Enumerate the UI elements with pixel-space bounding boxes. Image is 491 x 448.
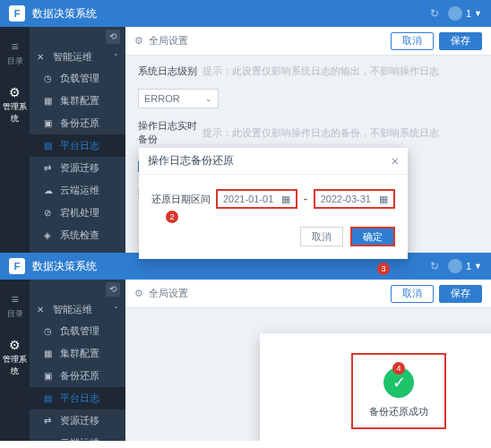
app-title: 数据决策系统	[32, 259, 97, 274]
rt-label: 操作日志实时备份	[138, 119, 202, 146]
sidebar-group-ops[interactable]: ✕ 智能运维 ˄	[30, 299, 125, 320]
tools-icon: ✕	[37, 305, 47, 314]
gear-icon: ⚙	[134, 288, 143, 299]
tools-icon: ✕	[37, 52, 47, 62]
cancel-button[interactable]: 取消	[391, 32, 434, 50]
user-count: 1	[466, 261, 471, 271]
gauge-icon: ◷	[44, 73, 55, 83]
close-icon[interactable]: ×	[392, 154, 399, 168]
sidebar-item-backup[interactable]: ▣备份还原	[30, 365, 125, 387]
archive-icon: ▣	[44, 118, 55, 128]
loglevel-hint: 提示：此设置仅影响系统日志的输出，不影响操作日志	[202, 65, 439, 78]
archive-icon: ▣	[44, 371, 55, 381]
cloud-icon: ☁	[44, 438, 55, 441]
logo: F	[9, 5, 25, 22]
chevron-down-icon: ⌄	[205, 94, 212, 103]
restore-dialog: 操作日志备份还原 × 2 3 还原日期区间 2021-01-01 ▦ - 202…	[139, 148, 408, 259]
main: ⚙ 全局设置 取消 保存 4 ✓ 备份还原成功	[125, 280, 491, 441]
rail-catalog[interactable]: ≡ 目录	[7, 39, 23, 67]
transfer-icon: ⇄	[44, 416, 55, 426]
avatar[interactable]	[448, 6, 462, 21]
pin-icon[interactable]: ⟲	[106, 30, 120, 44]
list-icon: ≡	[7, 39, 23, 54]
logo: F	[9, 258, 25, 274]
log-icon: ▤	[44, 393, 55, 403]
rail-manage[interactable]: ⚙ 管理系统	[0, 85, 30, 125]
badge-3: 3	[377, 263, 390, 275]
check-icon: ◈	[44, 230, 55, 240]
left-rail: ≡ 目录 ⚙ 管理系统	[0, 280, 30, 441]
transfer-icon: ⇄	[44, 163, 55, 173]
sidebar-item-load[interactable]: ◷负载管理	[30, 320, 125, 342]
left-rail: ≡ 目录 ⚙ 管理系统	[0, 27, 30, 253]
date-from-input[interactable]: 2021-01-01 ▦	[216, 189, 297, 209]
gear-icon: ⚙	[134, 35, 143, 47]
calendar-icon: ▦	[281, 194, 290, 205]
cloud-icon: ☁	[44, 185, 55, 195]
refresh-icon[interactable]: ↻	[430, 260, 439, 272]
grid-icon: ▦	[44, 96, 55, 106]
gear-icon: ⚙	[0, 85, 30, 99]
chevron-down-icon[interactable]: ▼	[474, 9, 482, 18]
save-button[interactable]: 保存	[439, 285, 482, 303]
list-icon: ≡	[7, 292, 23, 306]
dialog-title: 操作日志备份还原	[148, 153, 234, 168]
dialog-ok-button[interactable]: 确定	[350, 227, 395, 246]
sidebar-item-platformlog[interactable]: ▤平台日志	[30, 387, 125, 409]
alert-icon: ⊘	[44, 208, 55, 218]
chevron-down-icon[interactable]: ▼	[474, 262, 482, 271]
sidebar-item-load[interactable]: ◷负载管理	[30, 67, 125, 90]
gear-icon: ⚙	[0, 338, 30, 352]
cancel-button[interactable]: 取消	[391, 285, 434, 303]
success-text: 备份还原成功	[369, 405, 428, 418]
log-icon: ▤	[44, 141, 55, 151]
sidebar-item-cluster[interactable]: ▦集群配置	[30, 90, 125, 112]
calendar-icon: ▦	[379, 194, 388, 205]
success-panel: 4 ✓ 备份还原成功	[260, 333, 491, 441]
chevron-up-icon: ˄	[114, 53, 118, 62]
sidebar-item-cloud[interactable]: ☁云端运维	[30, 179, 125, 202]
sidebar-group-ops[interactable]: ✕ 智能运维 ˄	[30, 47, 125, 67]
sidebar-item-crash[interactable]: ⊘宕机处理	[30, 202, 125, 224]
top-bar: F 数据决策系统 ↻ 1 ▼	[0, 0, 491, 27]
user-count: 1	[466, 8, 471, 19]
sidebar-item-backup[interactable]: ▣备份还原	[30, 112, 125, 134]
sidebar-item-check[interactable]: ◈系统检查	[30, 224, 125, 246]
sidebar-item-migrate[interactable]: ⇄资源迁移	[30, 409, 125, 432]
gauge-icon: ◷	[44, 326, 55, 336]
sidebar-item-cloud[interactable]: ☁云端运维	[30, 432, 125, 441]
grid-icon: ▦	[44, 349, 55, 358]
loglevel-select[interactable]: ERROR ⌄	[138, 89, 219, 108]
sidebar-item-platformlog[interactable]: ▤平台日志	[30, 134, 125, 157]
loglevel-label: 系统日志级别	[138, 65, 202, 78]
page-title: 全局设置	[149, 34, 188, 47]
sidebar: ⟲ ✕ 智能运维 ˄ ◷负载管理 ▦集群配置 ▣备份还原 ▤平台日志 ⇄资源迁移…	[30, 280, 125, 441]
sidebar-item-cluster[interactable]: ▦集群配置	[30, 342, 125, 365]
rail-catalog[interactable]: ≡ 目录	[7, 292, 23, 320]
rt-hint: 提示：此设置仅影响操作日志的备份，不影响系统日志	[202, 126, 439, 140]
badge-4: 4	[392, 362, 405, 375]
badge-2: 2	[166, 211, 178, 223]
sidebar-item-migrate[interactable]: ⇄资源迁移	[30, 157, 125, 179]
sidebar: ⟲ ✕ 智能运维 ˄ ◷负载管理 ▦集群配置 ▣备份还原 ▤平台日志 ⇄资源迁移…	[30, 27, 125, 253]
save-button[interactable]: 保存	[439, 32, 482, 50]
app-title: 数据决策系统	[32, 6, 97, 22]
avatar[interactable]	[448, 259, 462, 273]
page-title: 全局设置	[149, 287, 188, 300]
daterange-label: 还原日期区间	[151, 193, 211, 206]
rail-manage[interactable]: ⚙ 管理系统	[0, 338, 30, 377]
date-to-input[interactable]: 2022-03-31 ▦	[314, 189, 395, 209]
range-sep: -	[303, 191, 307, 207]
pin-icon[interactable]: ⟲	[106, 282, 120, 297]
dialog-cancel-button[interactable]: 取消	[300, 227, 343, 246]
chevron-up-icon: ˄	[114, 306, 118, 314]
refresh-icon[interactable]: ↻	[430, 7, 439, 20]
